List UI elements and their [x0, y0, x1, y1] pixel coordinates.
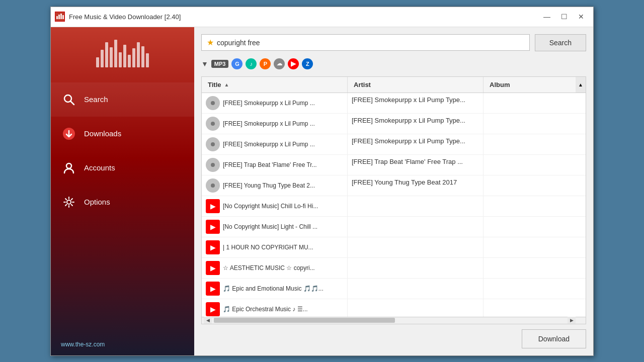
svg-line-6 — [71, 101, 74, 105]
scroll-right-button[interactable]: ▶ — [568, 317, 576, 324]
filter-pandora[interactable]: P — [260, 58, 271, 69]
logo-bar — [141, 46, 144, 67]
sidebar-downloads-label: Downloads — [84, 129, 121, 138]
scroll-up-button[interactable]: ▲ — [576, 77, 586, 93]
window-controls: — ☐ ✕ — [539, 10, 589, 24]
table-row[interactable]: ▶ 🎵 Epic Orchestral Music ♪ ☰... — [202, 299, 586, 317]
row-title-cell: [FREE] Smokepurpp x Lil Pump ... — [202, 114, 348, 134]
table-row[interactable]: [FREE] Smokepurpp x Lil Pump ... [FREE] … — [202, 114, 586, 134]
table-header: Title ▲ Artist Album ▲ — [202, 77, 586, 93]
filter-zvuk[interactable]: Z — [302, 58, 313, 69]
scroll-left-button[interactable]: ◀ — [204, 317, 212, 324]
track-title: 🎵 Epic and Emotional Music 🎵🎵... — [223, 285, 324, 292]
app-icon — [55, 12, 65, 22]
bottom-bar: Download — [201, 324, 586, 348]
row-artist-cell — [348, 299, 484, 317]
track-title: 🎵 Epic Orchestral Music ♪ ☰... — [223, 306, 308, 313]
track-thumbnail — [206, 117, 220, 131]
youtube-thumbnail: ▶ — [206, 220, 220, 234]
row-artist-cell: [FREE] Smokepurpp x Lil Pump Type... — [348, 93, 484, 113]
artist-header-label: Artist — [354, 81, 371, 88]
table-body[interactable]: [FREE] Smokepurpp x Lil Pump ... [FREE] … — [202, 93, 586, 317]
table-row[interactable]: ▶ | 1 HOUR NO COPYRIGHT MU... — [202, 237, 586, 258]
row-artist-cell — [348, 217, 484, 237]
row-artist-cell: [FREE] Young Thug Type Beat 2017 — [348, 175, 484, 196]
row-artist-cell — [348, 258, 484, 278]
row-album-cell — [484, 134, 586, 154]
svg-point-9 — [67, 200, 71, 204]
table-row[interactable]: [FREE] Smokepurpp x Lil Pump ... [FREE] … — [202, 93, 586, 114]
table-row[interactable]: ▶ 🎵 Epic and Emotional Music 🎵🎵... — [202, 279, 586, 299]
row-album-cell — [484, 279, 586, 299]
youtube-thumbnail: ▶ — [206, 302, 220, 316]
sidebar-nav: Search Downloads — [51, 77, 194, 224]
sidebar-footer: www.the-sz.com — [51, 333, 194, 355]
track-title: [FREE] Smokepurpp x Lil Pump ... — [223, 120, 315, 127]
filter-youtube[interactable]: ▶ — [288, 58, 299, 69]
row-artist-cell: [FREE] Smokepurpp x Lil Pump Type... — [348, 134, 484, 154]
favorite-icon[interactable]: ★ — [207, 38, 214, 47]
source-filters: ▼ MP3 G ♪ P ☁ ▶ Z — [201, 56, 586, 71]
filter-google[interactable]: G — [231, 58, 243, 69]
filter-note[interactable]: ♪ — [246, 58, 257, 69]
logo-bar — [146, 53, 149, 67]
scroll-thumb[interactable] — [214, 318, 395, 323]
sidebar-options-label: Options — [84, 198, 110, 206]
table-row[interactable]: ▶ ☆ AESTHETIC MUSIC ☆ copyri... — [202, 258, 586, 279]
table-row[interactable]: [FREE] Trap Beat 'Flame' Free Tr... [FRE… — [202, 155, 586, 175]
row-title-cell: [FREE] Trap Beat 'Flame' Free Tr... — [202, 155, 348, 175]
accounts-icon — [61, 160, 77, 176]
row-album-cell — [484, 114, 586, 134]
download-button[interactable]: Download — [522, 329, 586, 348]
row-album-cell — [484, 93, 586, 113]
website-link[interactable]: www.the-sz.com — [61, 341, 105, 348]
close-button[interactable]: ✕ — [573, 10, 589, 24]
row-title-cell: ▶ ☆ AESTHETIC MUSIC ☆ copyri... — [202, 258, 348, 278]
results-table: Title ▲ Artist Album ▲ — [201, 76, 586, 324]
row-artist-cell — [348, 279, 484, 299]
search-button[interactable]: Search — [535, 34, 586, 51]
window-title: Free Music & Video Downloader [2.40] — [69, 13, 539, 21]
downloads-icon — [61, 126, 77, 142]
sidebar: Search Downloads — [51, 27, 194, 355]
logo-bar — [137, 42, 140, 67]
logo-bar — [114, 40, 117, 67]
svg-rect-3 — [60, 14, 62, 19]
table-row[interactable]: [FREE] Young Thug Type Beat 2... [FREE] … — [202, 175, 586, 196]
row-title-cell: [FREE] Young Thug Type Beat 2... — [202, 175, 348, 196]
filter-soundcloud[interactable]: ☁ — [274, 58, 285, 69]
horizontal-scrollbar[interactable]: ◀ ▶ — [202, 317, 586, 324]
logo-area — [51, 27, 194, 77]
sidebar-item-options[interactable]: Options — [51, 185, 194, 219]
main-window: Free Music & Video Downloader [2.40] — ☐… — [50, 7, 594, 356]
track-title: [FREE] Trap Beat 'Flame' Free Tr... — [223, 161, 317, 168]
column-album: Album — [484, 77, 586, 93]
filter-expand-icon[interactable]: ▼ — [201, 60, 208, 68]
youtube-thumbnail: ▶ — [206, 199, 220, 213]
filter-mp3[interactable]: MP3 — [211, 60, 229, 68]
track-title: ☆ AESTHETIC MUSIC ☆ copyri... — [223, 264, 315, 272]
sort-icon[interactable]: ▲ — [224, 82, 229, 87]
row-album-cell — [484, 217, 586, 237]
track-title: [No Copyright Music] Light - Chill ... — [223, 223, 317, 230]
row-title-cell: ▶ [No Copyright Music] Chill Lo-fi Hi... — [202, 196, 348, 216]
logo-bar — [123, 45, 126, 67]
search-input[interactable] — [217, 39, 524, 47]
sidebar-item-accounts[interactable]: Accounts — [51, 151, 194, 185]
titlebar: Free Music & Video Downloader [2.40] — ☐… — [51, 7, 593, 27]
main-content: ★ Search ▼ MP3 G ♪ P ☁ ▶ Z Title — [194, 27, 593, 355]
table-row[interactable]: ▶ [No Copyright Music] Light - Chill ... — [202, 217, 586, 237]
search-input-container: ★ — [201, 34, 530, 51]
table-row[interactable]: [FREE] Smokepurpp x Lil Pump ... [FREE] … — [202, 134, 586, 155]
row-album-cell — [484, 237, 586, 257]
track-thumbnail — [206, 137, 220, 151]
logo-bar — [119, 52, 122, 67]
maximize-button[interactable]: ☐ — [556, 10, 572, 24]
logo-bar — [132, 48, 135, 67]
sidebar-item-downloads[interactable]: Downloads — [51, 117, 194, 151]
row-album-cell — [484, 299, 586, 317]
svg-rect-4 — [62, 15, 64, 19]
minimize-button[interactable]: — — [539, 10, 555, 24]
table-row[interactable]: ▶ [No Copyright Music] Chill Lo-fi Hi... — [202, 196, 586, 217]
sidebar-item-search[interactable]: Search — [51, 82, 194, 117]
